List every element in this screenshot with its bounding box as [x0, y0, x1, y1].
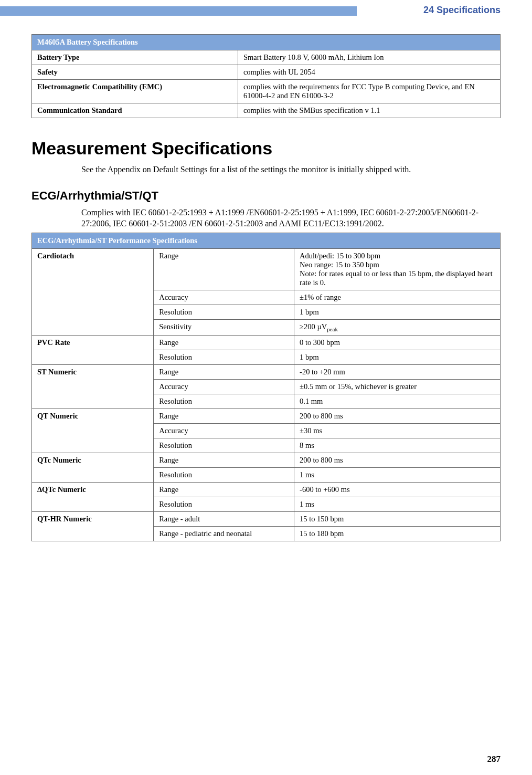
spec-value: 1 ms — [294, 467, 501, 482]
spec-group: PVC Rate — [32, 335, 154, 364]
table-row: QT-HR NumericRange - adult15 to 150 bpm — [32, 511, 501, 526]
ecg-spec-table: ECG/Arrhythmia/ST Performance Specificat… — [31, 233, 501, 541]
spec-param: Resolution — [154, 305, 294, 319]
table-row: CardiotachRangeAdult/pedi: 15 to 300 bpm… — [32, 248, 501, 290]
section-heading: Measurement Specifications — [31, 138, 501, 159]
spec-param: Range — [154, 248, 294, 290]
spec-param: Sensitivity — [154, 319, 294, 335]
spec-value: 1 bpm — [294, 305, 501, 319]
spec-value: complies with UL 2054 — [238, 65, 500, 80]
ecg-table-title: ECG/Arrhythmia/ST Performance Specificat… — [32, 233, 501, 248]
spec-value: 200 to 800 ms — [294, 409, 501, 423]
spec-value: 15 to 180 bpm — [294, 526, 501, 541]
battery-table-title: M4605A Battery Specifications — [32, 35, 501, 50]
table-row: Communication Standardcomplies with the … — [32, 103, 501, 118]
spec-label: Battery Type — [32, 50, 238, 65]
subsection-intro: Complies with IEC 60601-2-25:1993 + A1:1… — [81, 207, 501, 229]
spec-value: Smart Battery 10.8 V, 6000 mAh, Lithium … — [238, 50, 500, 65]
spec-value: complies with the SMBus specification v … — [238, 103, 500, 118]
battery-table-body: Battery TypeSmart Battery 10.8 V, 6000 m… — [32, 50, 501, 118]
spec-value: 200 to 800 ms — [294, 453, 501, 467]
table-row: PVC RateRange0 to 300 bpm — [32, 335, 501, 350]
spec-group: ST Numeric — [32, 364, 154, 409]
subsection-heading: ECG/Arrhythmia/ST/QT — [31, 189, 501, 203]
page: 24 Specifications M4605A Battery Specifi… — [0, 0, 532, 775]
spec-value: 1 bpm — [294, 350, 501, 364]
spec-value: Adult/pedi: 15 to 300 bpmNeo range: 15 t… — [294, 248, 501, 290]
spec-value: 0 to 300 bpm — [294, 335, 501, 350]
spec-group: QT-HR Numeric — [32, 511, 154, 541]
spec-param: Accuracy — [154, 290, 294, 305]
spec-group: Cardiotach — [32, 248, 154, 335]
spec-label: Communication Standard — [32, 103, 238, 118]
spec-value: 1 ms — [294, 497, 501, 511]
table-row: Safetycomplies with UL 2054 — [32, 65, 501, 80]
spec-param: Range — [154, 453, 294, 467]
page-number: 287 — [487, 754, 501, 764]
spec-param: Resolution — [154, 497, 294, 511]
spec-value: ±0.5 mm or 15%, whichever is greater — [294, 379, 501, 394]
spec-value: -20 to +20 mm — [294, 364, 501, 379]
spec-param: Resolution — [154, 467, 294, 482]
table-row: Battery TypeSmart Battery 10.8 V, 6000 m… — [32, 50, 501, 65]
spec-param: Range — [154, 335, 294, 350]
spec-value: ±30 ms — [294, 423, 501, 438]
spec-group: ΔQTc Numeric — [32, 482, 154, 511]
section-intro: See the Appendix on Default Settings for… — [81, 164, 501, 175]
spec-value: ±1% of range — [294, 290, 501, 305]
header-accent-bar — [0, 6, 357, 16]
spec-value: complies with the requirements for FCC T… — [238, 80, 500, 103]
spec-param: Range — [154, 482, 294, 497]
table-row: ΔQTc NumericRange-600 to +600 ms — [32, 482, 501, 497]
spec-param: Resolution — [154, 394, 294, 409]
table-row: Electromagnetic Compatibility (EMC)compl… — [32, 80, 501, 103]
ecg-table-body: CardiotachRangeAdult/pedi: 15 to 300 bpm… — [32, 248, 501, 541]
spec-value: ≥200 µVpeak — [294, 319, 501, 335]
spec-value: 0.1 mm — [294, 394, 501, 409]
content-body: M4605A Battery Specifications Battery Ty… — [31, 34, 501, 541]
spec-param: Range - pediatric and neonatal — [154, 526, 294, 541]
spec-value: -600 to +600 ms — [294, 482, 501, 497]
spec-value: 15 to 150 bpm — [294, 511, 501, 526]
table-row: QTc NumericRange200 to 800 ms — [32, 453, 501, 467]
spec-label: Electromagnetic Compatibility (EMC) — [32, 80, 238, 103]
spec-group: QTc Numeric — [32, 453, 154, 482]
table-row: ST NumericRange-20 to +20 mm — [32, 364, 501, 379]
battery-spec-table: M4605A Battery Specifications Battery Ty… — [31, 34, 501, 118]
spec-param: Resolution — [154, 438, 294, 453]
chapter-label: 24 Specifications — [423, 5, 501, 16]
spec-param: Range — [154, 409, 294, 423]
spec-param: Accuracy — [154, 379, 294, 394]
table-row: QT NumericRange200 to 800 ms — [32, 409, 501, 423]
spec-value: 8 ms — [294, 438, 501, 453]
spec-param: Accuracy — [154, 423, 294, 438]
spec-label: Safety — [32, 65, 238, 80]
spec-param: Range - adult — [154, 511, 294, 526]
spec-param: Resolution — [154, 350, 294, 364]
spec-group: QT Numeric — [32, 409, 154, 453]
spec-param: Range — [154, 364, 294, 379]
